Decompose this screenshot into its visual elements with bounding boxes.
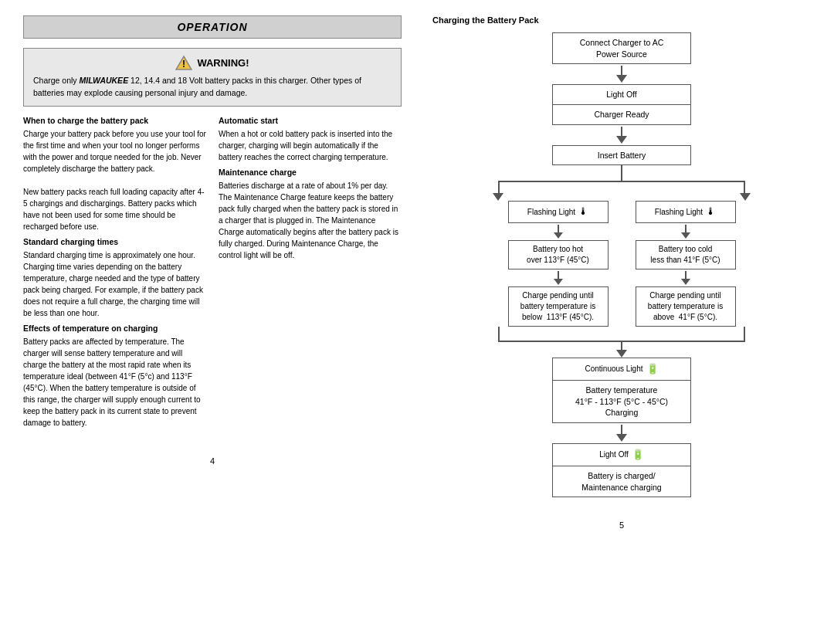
section-effects-temperature: Effects of temperature on charging Batte… xyxy=(23,324,206,429)
standard-charging-body: Standard charging time is approximately … xyxy=(23,249,206,319)
flashing-light-hot-text: Flashing Light xyxy=(527,207,575,218)
vert-left xyxy=(498,182,500,193)
charger-ready-label: Charger Ready xyxy=(594,110,649,119)
warning-label: WARNING! xyxy=(197,57,249,69)
flashing-light-hot-label: Flashing Light 🌡 xyxy=(514,205,603,219)
flashing-light-cold-label: Flashing Light 🌡 xyxy=(641,205,731,219)
thermometer-hot-icon: 🌡 xyxy=(578,205,588,219)
arrow-4 xyxy=(616,425,627,442)
vert-right xyxy=(744,182,745,193)
section-maintenance-charge: Maintenance charge Batteries discharge a… xyxy=(219,168,402,261)
warning-triangle-icon: ! xyxy=(175,55,192,70)
battery-continuous-icon: 🔋 xyxy=(646,362,659,376)
arrow-2 xyxy=(616,127,627,144)
rejoin-arrowhead xyxy=(616,350,627,358)
flow-box-final-group: Light Off 🔋 Battery is charged/Maintenan… xyxy=(552,443,691,498)
svg-text:!: ! xyxy=(182,59,185,69)
standard-charging-heading: Standard charging times xyxy=(23,237,206,246)
connect-charger-text: Connect Charger to ACPower Source xyxy=(580,38,664,59)
charged-info-text: Battery is charged/Maintenance charging xyxy=(581,471,661,492)
final-light-off-text: Light Off xyxy=(599,449,629,460)
flow-box-charging-info: Battery temperature41°F - 113°F (5°C - 4… xyxy=(552,381,691,423)
rejoin-connector xyxy=(498,327,745,358)
effects-temperature-heading: Effects of temperature on charging xyxy=(23,324,206,333)
light-off-label: Light Off xyxy=(606,90,637,99)
branch-arrow-cold-2 xyxy=(681,271,690,285)
branch-verts xyxy=(498,182,745,193)
branch-hot: Flashing Light 🌡 Battery too hotover 113… xyxy=(498,201,618,326)
when-to-charge-heading: When to charge the battery pack xyxy=(23,116,206,125)
section-automatic-start: Automatic start When a hot or cold batte… xyxy=(219,116,402,163)
flow-box-insert-battery: Insert Battery xyxy=(552,145,691,166)
flow-box-continuous-group: Continuous Light 🔋 Battery temperature41… xyxy=(552,358,691,423)
text-column-right: Automatic start When a hot or cold batte… xyxy=(219,116,402,433)
flow-box-charger-ready: Charger Ready xyxy=(552,105,691,125)
warning-title: ! WARNING! xyxy=(33,55,392,70)
rejoin-vert-center xyxy=(621,342,622,350)
flow-box-light-off: Light Off xyxy=(552,84,691,105)
operation-title: OPERATION xyxy=(23,15,402,39)
flow-box-charged-info: Battery is charged/Maintenance charging xyxy=(552,466,691,497)
warning-brand: MILWAUKEE xyxy=(80,76,129,85)
effects-temperature-body: Battery packs are affected by temperatur… xyxy=(23,336,206,429)
branch-connector xyxy=(498,165,745,201)
battery-too-cold-box: Battery too coldless than 41°F (5°C) xyxy=(636,240,736,269)
section-standard-charging: Standard charging times Standard chargin… xyxy=(23,237,206,319)
rejoin-verts xyxy=(498,327,745,341)
flow-box-continuous: Continuous Light 🔋 xyxy=(552,358,691,381)
flow-box-connect: Connect Charger to ACPower Source xyxy=(552,32,691,64)
text-column-left: When to charge the battery pack Charge y… xyxy=(23,116,206,433)
continuous-light-label: Continuous Light 🔋 xyxy=(561,362,683,376)
flow-box-final-light-off: Light Off 🔋 xyxy=(552,443,691,466)
battery-too-hot-box: Battery too hotover 113°F (45°C) xyxy=(508,240,609,269)
final-light-off-label: Light Off 🔋 xyxy=(561,448,683,462)
flowchart: Connect Charger to ACPower Source Light … xyxy=(432,32,811,497)
charge-pending-cold-box: Charge pending untilbattery temperature … xyxy=(636,286,736,327)
continuous-light-text: Continuous Light xyxy=(585,364,642,375)
maintenance-charge-body: Batteries discharge at a rate of about 1… xyxy=(219,180,402,261)
right-column: Charging the Battery Pack Connect Charge… xyxy=(417,15,811,629)
branch-arrow-hot-2 xyxy=(554,271,563,285)
maintenance-charge-heading: Maintenance charge xyxy=(219,168,402,177)
vert-line-top xyxy=(621,165,622,181)
branch-arrow-cold-1 xyxy=(681,225,690,239)
automatic-start-body: When a hot or cold battery pack is inser… xyxy=(219,128,402,163)
arrowhead-right xyxy=(740,193,751,201)
branch-cold: Flashing Light 🌡 Battery too coldless th… xyxy=(626,201,745,326)
thermometer-cold-icon: 🌡 xyxy=(706,205,716,219)
right-page-number: 5 xyxy=(432,520,811,530)
arrowhead-left xyxy=(493,193,503,201)
flashing-light-cold-text: Flashing Light xyxy=(655,207,703,218)
warning-box: ! WARNING! Charge only MILWAUKEE 12, 14.… xyxy=(23,48,402,107)
flashing-light-hot: Flashing Light 🌡 xyxy=(508,201,609,222)
charging-info-text: Battery temperature41°F - 113°F (5°C - 4… xyxy=(575,385,668,417)
section-when-to-charge: When to charge the battery pack Charge y… xyxy=(23,116,206,232)
two-column-text: When to charge the battery pack Charge y… xyxy=(23,116,402,433)
flowchart-title: Charging the Battery Pack xyxy=(432,15,811,25)
flow-box-light-off-group: Light Off Charger Ready xyxy=(552,84,691,124)
flashing-light-cold: Flashing Light 🌡 xyxy=(636,201,736,222)
when-to-charge-body: Charge your battery pack before you use … xyxy=(23,128,206,232)
branch-arrowheads xyxy=(498,193,745,201)
charge-pending-hot-box: Charge pending untilbattery temperature … xyxy=(508,286,609,327)
branches: Flashing Light 🌡 Battery too hotover 113… xyxy=(498,201,745,326)
left-page-number: 4 xyxy=(23,456,402,466)
insert-battery-text: Insert Battery xyxy=(598,151,646,160)
automatic-start-heading: Automatic start xyxy=(219,116,402,125)
rejoin-vert-left xyxy=(498,327,500,341)
battery-final-icon: 🔋 xyxy=(632,448,644,462)
left-column: OPERATION ! WARNING! Charge only MILWAUK… xyxy=(23,15,417,629)
branch-arrow-hot-1 xyxy=(554,225,563,239)
rejoin-vert-right xyxy=(744,327,745,341)
arrow-1 xyxy=(616,66,627,83)
warning-text: Charge only MILWAUKEE 12, 14.4 and 18 Vo… xyxy=(33,75,392,100)
